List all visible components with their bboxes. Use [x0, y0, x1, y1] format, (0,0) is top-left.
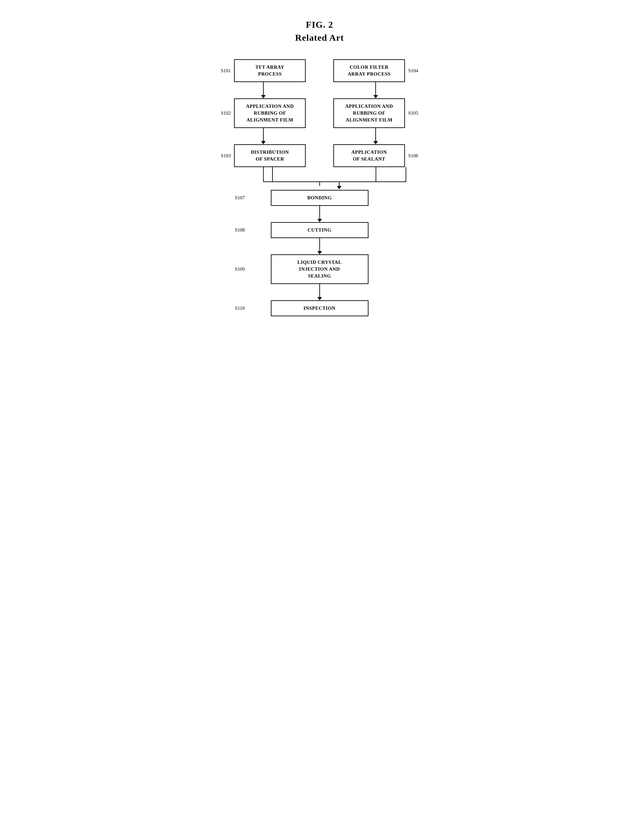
box-lc-injection: LIQUID CRYSTAL INJECTION AND SEALING [271, 254, 369, 284]
box-dist-spacer: DISTRIBUTION OF SPACER [234, 144, 306, 167]
page: FIG. 2 Related Art S101 TFT ARRAY PROCES… [196, 6, 443, 336]
arrow-color-to-app2 [374, 82, 378, 98]
label-s104: S104 [408, 68, 418, 73]
merge-svg [216, 167, 424, 190]
box-app-sealant: APPLICATION OF SEALANT [333, 144, 405, 167]
box-inspection: INSPECTION [271, 300, 369, 316]
label-s109: S109 [235, 266, 245, 272]
arrow-cutting-to-lc [317, 238, 322, 254]
box-tft-array: TFT ARRAY PROCESS [234, 59, 306, 82]
label-s108: S108 [235, 227, 245, 233]
title-section: FIG. 2 Related Art [216, 19, 424, 43]
label-s106: S106 [408, 153, 418, 159]
svg-marker-5 [337, 186, 342, 189]
arrow-app2-to-sealant [374, 128, 378, 144]
arrow-tft-to-app1 [261, 82, 265, 98]
label-s107: S107 [235, 195, 245, 201]
label-s103: S103 [221, 153, 231, 159]
box-color-filter: COLOR FILTER ARRAY PROCESS [333, 59, 405, 82]
box-app-rubbing-2: APPLICATION AND RUBBING OF ALIGNMENT FIL… [333, 98, 405, 128]
box-bonding: BONDING [271, 190, 369, 206]
box-app-rubbing-1: APPLICATION AND RUBBING OF ALIGNMENT FIL… [234, 98, 306, 128]
label-s110: S110 [235, 306, 245, 311]
flowchart: S101 TFT ARRAY PROCESS S102 APPLICATION … [216, 59, 424, 316]
arrow-bonding-to-cutting [317, 206, 322, 222]
fig-title: FIG. 2 [216, 19, 424, 30]
box-cutting: CUTTING [271, 222, 369, 238]
label-s101: S101 [221, 68, 231, 73]
label-s102: S102 [221, 110, 231, 116]
merge-lines [216, 167, 424, 190]
arrow-lc-to-inspection [317, 284, 322, 300]
fig-subtitle: Related Art [216, 33, 424, 43]
arrow-app1-to-spacer [261, 128, 265, 144]
label-s105: S105 [408, 110, 418, 116]
center-section: S107 BONDING S108 CUTTING [216, 190, 424, 316]
